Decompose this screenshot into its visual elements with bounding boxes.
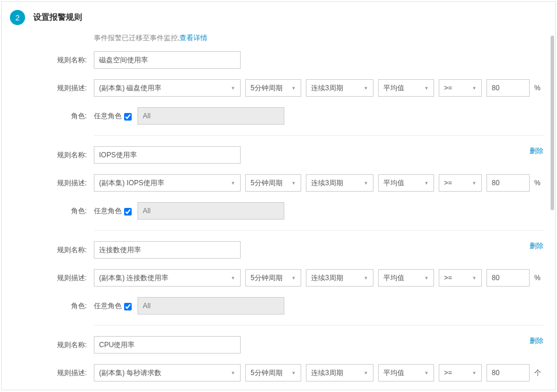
chevron-down-icon: ▼	[472, 370, 477, 376]
aggregate-select[interactable]: 平均值 ▼	[378, 364, 434, 382]
chevron-down-icon: ▼	[364, 181, 368, 186]
rule-desc-row: 规则描述: (副本集) IOPS使用率 ▼ 5分钟周期 ▼ 连续3周期 ▼ 平均…	[94, 174, 544, 192]
content-area: 事件报警已迁移至事件监控,查看详情 规则名称: 规则描述: (副本集) 磁盘使用…	[2, 31, 555, 392]
scrollbar-track[interactable]	[549, 31, 554, 387]
rule-block: 删除 规则名称: 规则描述: (副本集) IOPS使用率 ▼ 5分钟周期 ▼ 连…	[94, 135, 544, 220]
chevron-down-icon: ▼	[424, 370, 429, 376]
chevron-down-icon: ▼	[472, 86, 477, 91]
rule-desc-label: 规则描述:	[45, 368, 87, 378]
operator-select[interactable]: >= ▼	[439, 79, 482, 97]
metric-select-value: (副本集) 每秒请求数	[99, 368, 161, 378]
role-label: 角色:	[45, 206, 87, 216]
unit-label: %	[534, 274, 541, 282]
any-role-text: 任意角色	[94, 111, 122, 121]
rule-name-input[interactable]	[94, 51, 241, 69]
metric-select-value: (副本集) 连接数使用率	[99, 273, 168, 283]
chevron-down-icon: ▼	[291, 370, 296, 376]
role-all-box: All	[138, 297, 284, 315]
rule-name-row: 规则名称:	[94, 146, 544, 164]
aggregate-select[interactable]: 平均值 ▼	[378, 269, 434, 287]
role-label: 角色:	[45, 301, 87, 311]
period-select[interactable]: 5分钟周期 ▼	[245, 79, 301, 97]
rule-name-input[interactable]	[94, 146, 241, 164]
count-select[interactable]: 连续3周期 ▼	[306, 364, 373, 382]
role-row: 角色: 任意角色 All	[94, 107, 544, 125]
role-row: 角色: 任意角色 All	[94, 202, 544, 220]
aggregate-select-value: 平均值	[383, 368, 404, 378]
period-select[interactable]: 5分钟周期 ▼	[245, 269, 301, 287]
threshold-input[interactable]	[487, 174, 530, 192]
role-all-box: All	[138, 202, 284, 220]
threshold-input[interactable]	[487, 364, 530, 382]
chevron-down-icon: ▼	[424, 86, 429, 91]
chevron-down-icon: ▼	[291, 276, 296, 281]
rule-block: 删除 规则名称: 规则描述: (副本集) 每秒请求数 ▼ 5分钟周期 ▼ 连续3…	[94, 325, 544, 392]
operator-select[interactable]: >= ▼	[439, 174, 482, 192]
metric-select[interactable]: (副本集) 每秒请求数 ▼	[94, 364, 241, 382]
count-select[interactable]: 连续3周期 ▼	[306, 269, 373, 287]
operator-select[interactable]: >= ▼	[439, 269, 482, 287]
role-label: 角色:	[45, 111, 87, 121]
notice-prefix: 事件报警已迁移至事件监控,	[94, 34, 179, 42]
period-select[interactable]: 5分钟周期 ▼	[245, 364, 301, 382]
operator-select-value: >=	[444, 179, 452, 187]
metric-select[interactable]: (副本集) 磁盘使用率 ▼	[94, 79, 241, 97]
rule-desc-label: 规则描述:	[45, 178, 87, 188]
rule-block: 删除 规则名称: 规则描述: (副本集) 连接数使用率 ▼ 5分钟周期 ▼ 连续…	[94, 230, 544, 315]
aggregate-select-value: 平均值	[383, 273, 404, 283]
aggregate-select-value: 平均值	[383, 178, 404, 188]
threshold-input[interactable]	[487, 79, 530, 97]
chevron-down-icon: ▼	[291, 181, 296, 186]
rule-desc-row: 规则描述: (副本集) 磁盘使用率 ▼ 5分钟周期 ▼ 连续3周期 ▼ 平均值 …	[94, 79, 544, 97]
count-select-value: 连续3周期	[311, 368, 343, 378]
rule-block: 规则名称: 规则描述: (副本集) 磁盘使用率 ▼ 5分钟周期 ▼ 连续3周期 …	[94, 51, 544, 125]
notice-link[interactable]: 查看详情	[179, 34, 207, 42]
count-select-value: 连续3周期	[311, 83, 343, 93]
chevron-down-icon: ▼	[472, 181, 477, 186]
any-role-text: 任意角色	[94, 301, 122, 311]
rule-name-row: 规则名称:	[94, 51, 544, 69]
period-select-value: 5分钟周期	[251, 178, 283, 188]
rule-desc-label: 规则描述:	[45, 273, 87, 283]
metric-select[interactable]: (副本集) IOPS使用率 ▼	[94, 174, 241, 192]
any-role-checkbox[interactable]	[124, 113, 132, 121]
rule-name-label: 规则名称:	[45, 150, 87, 160]
any-role-checkbox[interactable]	[124, 303, 132, 310]
count-select[interactable]: 连续3周期 ▼	[306, 79, 373, 97]
chevron-down-icon: ▼	[231, 370, 235, 376]
notice-text: 事件报警已迁移至事件监控,查看详情	[94, 31, 544, 43]
rule-desc-label: 规则描述:	[45, 83, 87, 93]
chevron-down-icon: ▼	[291, 86, 296, 91]
chevron-down-icon: ▼	[364, 370, 368, 376]
chevron-down-icon: ▼	[364, 86, 368, 91]
role-all-value: All	[143, 112, 150, 120]
aggregate-select[interactable]: 平均值 ▼	[378, 174, 434, 192]
any-role-text: 任意角色	[94, 206, 122, 216]
rule-name-row: 规则名称:	[94, 336, 544, 354]
operator-select-value: >=	[444, 274, 452, 282]
unit-label: %	[534, 179, 541, 187]
unit-label: 个	[534, 368, 541, 378]
aggregate-select-value: 平均值	[383, 83, 404, 93]
chevron-down-icon: ▼	[424, 181, 429, 186]
rule-name-input[interactable]	[94, 241, 241, 259]
alarm-rules-panel: 2 设置报警规则 事件报警已迁移至事件监控,查看详情 规则名称: 规则描述: (…	[1, 1, 556, 390]
step-header: 2 设置报警规则	[2, 2, 555, 31]
threshold-input[interactable]	[487, 269, 530, 287]
period-select-value: 5分钟周期	[251, 83, 283, 93]
chevron-down-icon: ▼	[424, 276, 429, 281]
scrollbar-thumb[interactable]	[551, 36, 554, 210]
any-role-checkbox[interactable]	[124, 208, 132, 216]
chevron-down-icon: ▼	[231, 181, 235, 186]
rule-name-label: 规则名称:	[45, 55, 87, 65]
aggregate-select[interactable]: 平均值 ▼	[378, 79, 434, 97]
rule-name-input[interactable]	[94, 336, 241, 354]
operator-select[interactable]: >= ▼	[439, 364, 482, 382]
period-select[interactable]: 5分钟周期 ▼	[245, 174, 301, 192]
operator-select-value: >=	[444, 369, 452, 377]
metric-select[interactable]: (副本集) 连接数使用率 ▼	[94, 269, 241, 287]
rule-name-row: 规则名称:	[94, 241, 544, 259]
chevron-down-icon: ▼	[364, 276, 368, 281]
count-select[interactable]: 连续3周期 ▼	[306, 174, 373, 192]
role-all-value: All	[143, 207, 150, 215]
